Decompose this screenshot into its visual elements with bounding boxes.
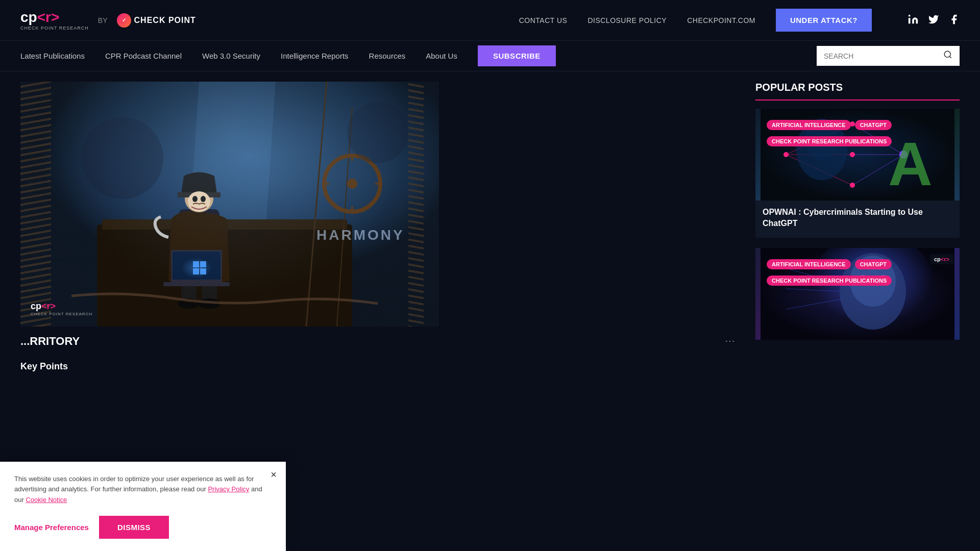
cpr-logo-main: cp<r> <box>20 10 89 24</box>
post-title: ...RRITORY <box>20 335 735 348</box>
manage-preferences-button[interactable]: Manage Preferences <box>14 523 89 532</box>
privacy-policy-link[interactable]: Privacy Policy <box>208 485 249 493</box>
svg-point-42 <box>783 152 789 157</box>
svg-point-24 <box>201 196 206 202</box>
checkpoint-logo[interactable]: ✓ CHECK POINT <box>117 13 196 28</box>
popular-posts-title: POPULAR POSTS <box>755 82 960 101</box>
post-options-dots[interactable]: ⋯ <box>725 335 735 347</box>
cp-name: CHECK POINT <box>134 16 196 25</box>
svg-text:HARMONY: HARMONY <box>316 227 405 243</box>
post-tags-1: ARTIFICIAL INTELLIGENCE CHATGPT CHECK PO… <box>761 114 960 148</box>
post-card-image-2: cp<r> <box>755 248 960 340</box>
header-top: cp<r> CHECK POINT RESEARCH BY ✓ CHECK PO… <box>0 0 980 41</box>
tag-chatgpt-1[interactable]: CHATGPT <box>855 120 892 130</box>
rope-left-decoration <box>20 82 51 327</box>
svg-point-0 <box>944 51 950 57</box>
svg-point-45 <box>850 183 855 188</box>
cp-circle-icon: ✓ <box>117 13 131 28</box>
logo-area: cp<r> CHECK POINT RESEARCH BY ✓ CHECK PO… <box>20 10 196 31</box>
tag-cprpub-1[interactable]: CHECK POINT RESEARCH PUBLICATIONS <box>767 136 892 146</box>
hero-image: HARMONY <box>20 82 439 327</box>
cp-text: cp <box>20 9 37 25</box>
search-icon[interactable] <box>943 50 952 62</box>
hero-logo-main: cp<r> <box>31 302 92 311</box>
under-attack-button[interactable]: UNDER ATTACK? <box>776 9 872 32</box>
svg-point-9 <box>347 179 357 189</box>
tag-ai-1[interactable]: ARTIFICIAL INTELLIGENCE <box>767 120 851 130</box>
cpr-logo-sub: CHECK POINT RESEARCH <box>20 26 89 31</box>
r-text: r <box>45 9 51 25</box>
nav-links: Latest Publications CPR Podcast Channel … <box>20 52 457 60</box>
search-box <box>817 46 960 66</box>
nav-about-us[interactable]: About Us <box>426 52 457 60</box>
tag-chatgpt-2[interactable]: CHATGPT <box>855 259 892 269</box>
nav-bar: Latest Publications CPR Podcast Channel … <box>0 41 980 71</box>
checkpoint-com-link[interactable]: CHECKPOINT.COM <box>687 16 755 24</box>
search-input[interactable] <box>824 52 943 60</box>
sidebar: POPULAR POSTS <box>755 82 960 377</box>
svg-point-44 <box>850 152 855 157</box>
hero-section: HARMONY <box>20 82 735 377</box>
svg-rect-32 <box>163 282 230 286</box>
facebook-icon[interactable] <box>948 14 960 27</box>
twitter-icon[interactable] <box>928 14 939 27</box>
header-nav: CONTACT US DISCLOSURE POLICY CHECKPOINT.… <box>519 9 960 32</box>
hero-illustration: HARMONY <box>20 82 439 327</box>
post-tags-2: ARTIFICIAL INTELLIGENCE CHATGPT CHECK PO… <box>761 253 960 288</box>
cookie-notice-link[interactable]: Cookie Notice <box>26 496 67 504</box>
svg-point-31 <box>181 258 212 278</box>
popular-post-card-1[interactable]: A ARTIFICIAL INTELLIGENCE CHATGPT CHECK … <box>755 109 960 238</box>
social-icons <box>908 14 960 27</box>
disclosure-policy-link[interactable]: DISCLOSURE POLICY <box>587 16 667 24</box>
post-card-image-1: A ARTIFICIAL INTELLIGENCE CHATGPT CHECK … <box>755 109 960 201</box>
dismiss-button[interactable]: DISMISS <box>99 516 169 539</box>
hero-image-inner: HARMONY <box>20 82 439 327</box>
by-text: BY <box>98 16 108 24</box>
nav-resources[interactable]: Resources <box>369 52 406 60</box>
hero-logo-sub: CHECK POINT RESEARCH <box>31 312 92 316</box>
cookie-close-button[interactable]: × <box>271 469 277 481</box>
nav-intelligence-reports[interactable]: Intelligence Reports <box>281 52 349 60</box>
linkedin-icon[interactable] <box>908 14 919 27</box>
subscribe-button[interactable]: SUBSCRIBE <box>478 45 556 66</box>
nav-web3-security[interactable]: Web 3.0 Security <box>202 52 260 60</box>
post-card-title-1: OPWNAI : Cybercriminals Starting to Use … <box>755 201 960 238</box>
main-content: HARMONY <box>0 71 980 387</box>
cookie-banner: × This website uses cookies in order to … <box>0 462 286 551</box>
post-info: ⋯ ...RRITORY <box>20 327 735 356</box>
tag-ai-2[interactable]: ARTIFICIAL INTELLIGENCE <box>767 259 851 269</box>
cpr-logo[interactable]: cp<r> CHECK POINT RESEARCH <box>20 10 89 31</box>
rope-right-decoration <box>408 82 424 327</box>
svg-line-1 <box>949 56 951 58</box>
popular-post-card-2[interactable]: cp<r> <box>755 248 960 340</box>
svg-point-33 <box>82 117 163 199</box>
cookie-text: This website uses cookies in order to op… <box>14 474 272 506</box>
bracket-open: < <box>37 9 45 25</box>
bracket-close: > <box>51 9 59 25</box>
key-points-heading: Key Points <box>20 356 735 377</box>
cookie-buttons: Manage Preferences DISMISS <box>14 516 272 539</box>
svg-point-23 <box>192 196 198 202</box>
contact-us-link[interactable]: CONTACT US <box>519 16 568 24</box>
tag-cprpub-2[interactable]: CHECK POINT RESEARCH PUBLICATIONS <box>767 276 892 286</box>
nav-latest-publications[interactable]: Latest Publications <box>20 52 85 60</box>
svg-point-34 <box>347 102 408 163</box>
nav-cpr-podcast[interactable]: CPR Podcast Channel <box>105 52 182 60</box>
hero-overlay-logo: cp<r> CHECK POINT RESEARCH <box>31 302 92 316</box>
